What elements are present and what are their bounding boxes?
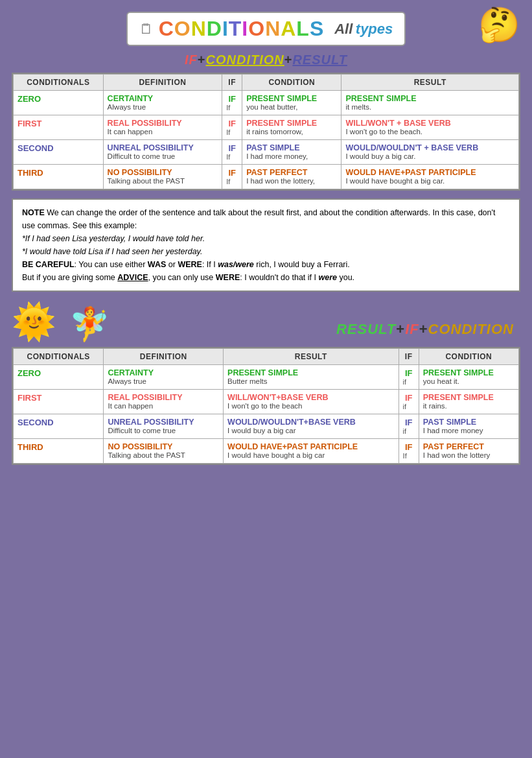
- if-sub-third-1: If: [226, 178, 238, 185]
- cond-ex-second-1: I had more money,: [246, 152, 337, 160]
- def-real-1: REAL POSSIBILITY: [108, 119, 218, 128]
- th-definition-2: DEFINITION: [104, 349, 224, 365]
- note-advice: But if you are giving some ADVICE, you c…: [22, 271, 510, 284]
- result-ex-first-2: I won't go to the beach: [227, 402, 395, 410]
- if-sub-third-2: If: [403, 452, 415, 460]
- def-sub-third-2: Talking about the PAST: [108, 451, 219, 459]
- th-if-2: IF: [399, 349, 419, 365]
- cond-third-2: THIRD: [17, 442, 43, 452]
- if-sub-zero-2: if: [403, 378, 415, 386]
- cond-ex-third-1: I had won the lottery,: [246, 177, 337, 185]
- def-certainty-1: CERTAINTY: [108, 94, 218, 103]
- result-would-second-2: WOULD/WOULDN'T+BASE VERB: [227, 418, 395, 427]
- result-ps-zero-2: PRESENT SIMPLE: [227, 368, 395, 377]
- def-sub-first-1: It can happen: [108, 128, 218, 136]
- cond-ex-third-2: I had won the lottery: [423, 451, 515, 459]
- thinking-emoji: 🤔: [478, 5, 520, 45]
- def-sub-second-2: Difficult to come true: [108, 427, 219, 434]
- cond-past-second-1: PAST SIMPLE: [246, 143, 337, 152]
- note-careful: BE CAREFUL: You can use either WAS or WE…: [22, 258, 510, 271]
- if-word-third-1: IF: [226, 168, 238, 178]
- def-sub-second-1: Difficult to come true: [108, 152, 218, 160]
- if-sub-first-2: if: [403, 403, 415, 410]
- cond-ex-second-2: I had more money: [423, 427, 515, 434]
- cond-past-second-2: PAST SIMPLE: [423, 418, 515, 427]
- table-row: ZERO CERTAINTY Always true IF If PRESENT…: [14, 91, 519, 115]
- def-no-2: NO POSSIBILITY: [108, 442, 219, 451]
- table-row: ZERO CERTAINTY Always true PRESENT SIMPL…: [14, 365, 519, 390]
- result-ex-third-1: I would have bought a big car.: [345, 177, 515, 185]
- def-sub-1: Always true: [108, 103, 218, 111]
- table2-wrapper: CONDITIONALS DEFINITION RESULT IF CONDIT…: [12, 347, 520, 465]
- title-text: CONDITIONALS: [159, 17, 325, 41]
- cond-third-1: THIRD: [17, 168, 43, 178]
- note-box: NOTE We can change the order of the sent…: [12, 198, 520, 292]
- if-word-second-2: IF: [403, 418, 415, 427]
- th-conditionals-2: CONDITIONALS: [14, 349, 104, 365]
- cond-ex-first-2: it rains.: [423, 402, 515, 410]
- def-sub-first-2: It can happen: [108, 402, 219, 410]
- cond-ps-first-2: PRESENT SIMPLE: [423, 393, 515, 402]
- fairy-emoji: 🧚: [69, 305, 110, 343]
- table1-wrapper: CONDITIONALS DEFINITION IF CONDITION RES…: [12, 73, 520, 191]
- cond-first-2: FIRST: [17, 393, 42, 403]
- th-result-2: RESULT: [224, 349, 399, 365]
- table-row: SECOND UNREAL POSSIBILITY Difficult to c…: [14, 414, 519, 439]
- th-definition-1: DEFINITION: [103, 75, 222, 91]
- if-word-first-2: IF: [403, 393, 415, 403]
- cond-ex-zero-2: you heat it.: [423, 377, 515, 385]
- def-real-2: REAL POSSIBILITY: [108, 393, 219, 402]
- title-banner: 🗒 CONDITIONALS All types: [126, 12, 406, 46]
- cond-ex-first-1: it rains tomorrow,: [246, 128, 337, 136]
- def-no-1: NO POSSIBILITY: [108, 168, 218, 177]
- result-ex-zero-1: it melts.: [345, 103, 515, 111]
- th-condition-2: CONDITION: [419, 349, 518, 365]
- def-certainty-2: CERTAINTY: [108, 368, 219, 377]
- table-row: THIRD NO POSSIBILITY Talking about the P…: [14, 165, 519, 189]
- note-example-1: *If I had seen Lisa yesterday, I would h…: [22, 232, 510, 245]
- result-ex-third-2: I would have bought a big car: [227, 451, 395, 459]
- result-ex-zero-2: Butter melts: [227, 377, 395, 385]
- if-word-zero-1: IF: [226, 94, 238, 104]
- section2-heading: RESULT+IF+CONDITION: [116, 321, 520, 338]
- cond-ps-zero-2: PRESENT SIMPLE: [423, 368, 515, 377]
- table-row: FIRST REAL POSSIBILITY It can happen IF …: [14, 115, 519, 140]
- result-ps-zero-1: PRESENT SIMPLE: [345, 94, 515, 103]
- table-row: SECOND UNREAL POSSIBILITY Difficult to c…: [14, 140, 519, 165]
- title-types: types: [356, 21, 393, 37]
- result-wh-third-1: WOULD HAVE+PAST PARTICIPLE: [345, 168, 515, 177]
- result-would-second-1: WOULD/WOULDN'T + BASE VERB: [345, 143, 515, 152]
- cond-ps-zero-1: PRESENT SIMPLE: [246, 94, 337, 103]
- section1-heading: IF+CONDITION+RESULT: [12, 53, 520, 67]
- page-container: 🗒 CONDITIONALS All types 🤔 IF+CONDITION+…: [12, 12, 520, 465]
- def-unreal-1: UNREAL POSSIBILITY: [108, 143, 218, 152]
- result-will-first-1: WILL/WON'T + BASE VERB: [345, 119, 515, 128]
- th-result-1: RESULT: [341, 75, 519, 91]
- bottom-area: 🌞 🧚 RESULT+IF+CONDITION: [12, 301, 520, 343]
- note-text-1: NOTE We can change the order of the sent…: [22, 206, 510, 232]
- if-sub-second-2: if: [403, 427, 415, 435]
- result-ex-second-2: I would buy a big car: [227, 427, 395, 434]
- result-ex-first-1: I won't go to the beach.: [345, 128, 515, 136]
- cond-pp-third-1: PAST PERFECT: [246, 168, 337, 177]
- result-ex-second-1: I would buy a big car.: [345, 152, 515, 160]
- def-sub-zero-2: Always true: [108, 377, 219, 385]
- scroll-decoration: 🗒: [139, 21, 154, 38]
- title-area: 🗒 CONDITIONALS All types 🤔: [12, 12, 520, 46]
- def-sub-third-1: Talking about the PAST: [108, 177, 218, 185]
- if-sub-zero-1: If: [226, 104, 238, 112]
- note-example-2: *I would have told Lisa if I had seen he…: [22, 245, 510, 258]
- if-word-first-1: IF: [226, 119, 238, 128]
- result-wh-third-2: WOULD HAVE+PAST PARTICIPLE: [227, 442, 395, 451]
- if-word-zero-2: IF: [403, 368, 415, 378]
- cond-second-1: SECOND: [17, 143, 54, 153]
- th-if-1: IF: [222, 75, 242, 91]
- if-sub-first-1: If: [226, 128, 238, 136]
- if-word-second-1: IF: [226, 143, 238, 153]
- table-row: FIRST REAL POSSIBILITY It can happen WIL…: [14, 390, 519, 414]
- result-will-first-2: WILL/WON'T+BASE VERB: [227, 393, 395, 402]
- cond-ps-first-1: PRESENT SIMPLE: [246, 119, 337, 128]
- cond-zero-1: ZERO: [17, 94, 41, 104]
- if-word-third-2: IF: [403, 442, 415, 452]
- sun-emoji: 🌞: [12, 301, 56, 343]
